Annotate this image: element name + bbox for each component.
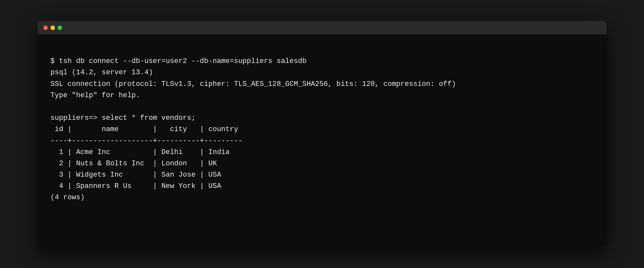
row-count-line: (4 rows) — [50, 193, 85, 201]
close-button[interactable] — [43, 26, 48, 30]
table-row-1: 1 | Acme Inc | Delhi | India — [50, 148, 230, 156]
minimize-button[interactable] — [50, 26, 55, 30]
help-line: Type "help" for help. — [50, 91, 140, 99]
table-header-row: id | name | city | country — [50, 125, 242, 133]
terminal-body[interactable]: $ tsh db connect --db-user=user2 --db-na… — [38, 35, 606, 228]
command-line: $ tsh db connect --db-user=user2 --db-na… — [50, 57, 306, 65]
table-row-4: 4 | Spanners R Us | New York | USA — [50, 182, 221, 190]
psql-version-line: psql (14.2, server 13.4) — [50, 68, 153, 77]
title-bar — [38, 21, 606, 35]
maximize-button[interactable] — [58, 26, 62, 30]
table-row-2: 2 | Nuts & Bolts Inc | London | UK — [50, 160, 217, 168]
terminal-window: $ tsh db connect --db-user=user2 --db-na… — [38, 21, 606, 247]
table-separator-row: ----+-------------------+----------+----… — [50, 137, 242, 145]
table-row-3: 3 | Widgets Inc | San Jose | USA — [50, 171, 221, 179]
sql-query-line: suppliers=> select * from vendors; — [50, 114, 196, 122]
ssl-info-line: SSL connection (protocol: TLSv1.3, ciphe… — [50, 80, 456, 88]
blank-line-1 — [50, 103, 55, 111]
